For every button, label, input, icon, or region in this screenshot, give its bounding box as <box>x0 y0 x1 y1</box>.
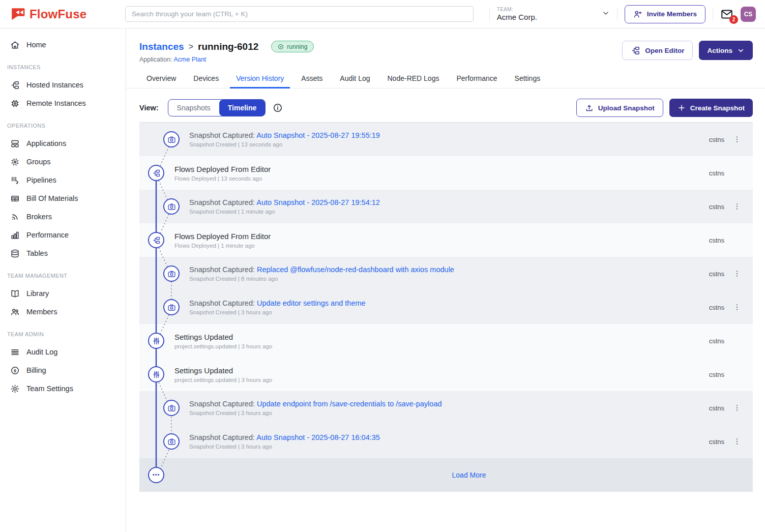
sidebar-item-label: Audit Log <box>26 348 57 356</box>
tab-audit-log[interactable]: Audit Log <box>333 69 377 88</box>
broadcast-icon <box>10 212 20 222</box>
snapshot-link[interactable]: Update editor settings and theme <box>257 299 366 307</box>
sidebar-item-label: Members <box>26 308 57 316</box>
event-meta: Snapshot Created | 3 hours ago <box>189 309 692 315</box>
record-icon <box>278 44 284 50</box>
snapshot-link[interactable]: Auto Snapshot - 2025-08-27 16:04:35 <box>256 433 380 441</box>
kebab-menu-icon[interactable] <box>730 202 744 211</box>
breadcrumb-instances-link[interactable]: Instances <box>139 41 184 52</box>
timeline-event-row: Flows Deployed From Editor Flows Deploye… <box>139 223 753 257</box>
home-icon <box>10 40 20 50</box>
event-meta: Snapshot Created | 3 hours ago <box>189 410 692 416</box>
tab-assets[interactable]: Assets <box>294 69 330 88</box>
chip-icon <box>10 99 20 108</box>
sliders-icon <box>148 366 164 382</box>
team-name: Acme Corp. <box>497 13 537 21</box>
sidebar-item-label: Groups <box>26 158 51 166</box>
sidebar-item-label: Library <box>26 289 49 298</box>
sidebar-item-audit-log[interactable]: Audit Log <box>0 343 126 361</box>
sidebar-item-label: Brokers <box>26 213 52 221</box>
event-user: cstns <box>692 136 724 143</box>
sidebar-item-brokers[interactable]: Brokers <box>0 208 126 226</box>
event-user: cstns <box>692 270 724 278</box>
invite-members-label: Invite Members <box>647 10 697 18</box>
divider <box>617 8 617 21</box>
tab-version-history[interactable]: Version History <box>229 69 291 88</box>
sidebar: Home INSTANCES Hosted Instances Remote I… <box>0 28 126 532</box>
timeline-event-row: Snapshot Captured: Update endpoint from … <box>139 391 753 425</box>
flowfuse-logo-icon <box>10 7 25 22</box>
sidebar-item-label: Billing <box>26 366 46 374</box>
actions-button[interactable]: Actions <box>699 41 753 60</box>
sidebar-item-library[interactable]: Library <box>0 284 126 303</box>
sidebar-item-label: Pipelines <box>26 176 56 184</box>
application-label: Application: <box>139 56 172 63</box>
flows-icon <box>148 232 164 248</box>
upload-snapshot-button[interactable]: Upload Snapshot <box>576 99 663 117</box>
event-title-text: Settings Updated <box>174 366 233 375</box>
event-meta: Flows Deployed | 13 seconds ago <box>174 175 692 182</box>
sidebar-item-groups[interactable]: Groups <box>0 153 126 171</box>
snapshot-link[interactable]: Replaced @flowfuse/node-red-dashboard wi… <box>257 265 454 274</box>
sidebar-item-team-settings[interactable]: Team Settings <box>0 379 126 398</box>
sidebar-item-members[interactable]: Members <box>0 303 126 321</box>
create-snapshot-button[interactable]: Create Snapshot <box>669 99 753 117</box>
sidebar-item-remote-instances[interactable]: Remote Instances <box>0 94 126 112</box>
sidebar-item-label: Remote Instances <box>26 99 86 107</box>
snapshot-link[interactable]: Auto Snapshot - 2025-08-27 19:55:19 <box>256 131 380 139</box>
snapshots-toggle[interactable]: Snapshots <box>168 100 219 116</box>
instance-tabs: Overview Devices Version History Assets … <box>126 69 765 88</box>
event-user: cstns <box>692 203 724 211</box>
sidebar-item-pipelines[interactable]: Pipelines <box>0 171 126 189</box>
flowfuse-logo[interactable]: FlowFuse <box>10 7 125 22</box>
sidebar-item-applications[interactable]: Applications <box>0 134 126 153</box>
event-title-prefix: Snapshot Captured: <box>189 131 256 139</box>
timeline-toggle[interactable]: Timeline <box>219 100 266 116</box>
timeline-panel: Snapshot Captured: Auto Snapshot - 2025-… <box>139 122 753 492</box>
sidebar-item-bill-of-materials[interactable]: Bill Of Materials <box>0 189 126 208</box>
notifications-button[interactable]: 2 <box>720 8 733 21</box>
tab-node-red-logs[interactable]: Node-RED Logs <box>380 69 447 88</box>
actions-label: Actions <box>707 47 732 54</box>
tab-settings[interactable]: Settings <box>508 69 548 88</box>
kebab-menu-icon[interactable] <box>730 404 744 412</box>
tab-overview[interactable]: Overview <box>139 69 183 88</box>
invite-members-button[interactable]: Invite Members <box>625 5 705 23</box>
user-avatar[interactable]: CS <box>741 7 756 22</box>
upload-icon <box>585 104 594 112</box>
kebab-menu-icon[interactable] <box>730 135 744 143</box>
sidebar-item-billing[interactable]: $ Billing <box>0 361 126 379</box>
kebab-menu-icon[interactable] <box>730 270 744 278</box>
sidebar-section-operations: OPERATIONS <box>0 117 126 134</box>
bar-chart-icon <box>10 230 20 240</box>
editor-flow-icon <box>631 46 640 55</box>
event-user: cstns <box>692 438 724 446</box>
sidebar-item-home[interactable]: Home <box>0 36 126 54</box>
notification-count-badge: 2 <box>729 15 738 24</box>
search-input[interactable] <box>125 6 474 22</box>
event-title: Snapshot Captured: Auto Snapshot - 2025-… <box>189 131 692 139</box>
timeline-event-row: Flows Deployed From Editor Flows Deploye… <box>139 156 753 190</box>
event-meta: Snapshot Created | 13 seconds ago <box>189 141 692 147</box>
timeline-event-row: Settings Updated project.settings.update… <box>139 358 753 391</box>
application-line: Application: Acme Plant <box>139 56 314 63</box>
sidebar-item-performance[interactable]: Performance <box>0 226 126 244</box>
sidebar-item-hosted-instances[interactable]: Hosted Instances <box>0 76 126 94</box>
kebab-menu-icon[interactable] <box>730 437 744 446</box>
snapshot-link[interactable]: Auto Snapshot - 2025-08-27 19:54:12 <box>256 198 380 206</box>
group-chip-icon <box>10 157 20 167</box>
event-title: Snapshot Captured: Update endpoint from … <box>189 400 692 408</box>
info-icon[interactable] <box>273 103 283 113</box>
kebab-menu-icon[interactable] <box>730 303 744 311</box>
open-editor-button[interactable]: Open Editor <box>622 41 693 60</box>
application-link[interactable]: Acme Plant <box>173 56 206 63</box>
snapshot-link[interactable]: Update endpoint from /save-credentials t… <box>257 400 442 408</box>
team-selector[interactable]: TEAM: Acme Corp. <box>497 7 610 21</box>
tab-performance[interactable]: Performance <box>449 69 504 88</box>
sidebar-item-tables[interactable]: Tables <box>0 244 126 262</box>
tab-devices[interactable]: Devices <box>186 69 226 88</box>
flows-icon <box>148 165 164 181</box>
view-toggle: Snapshots Timeline <box>168 99 266 116</box>
load-more-link[interactable]: Load More <box>452 471 486 479</box>
breadcrumb-separator: > <box>189 42 193 51</box>
